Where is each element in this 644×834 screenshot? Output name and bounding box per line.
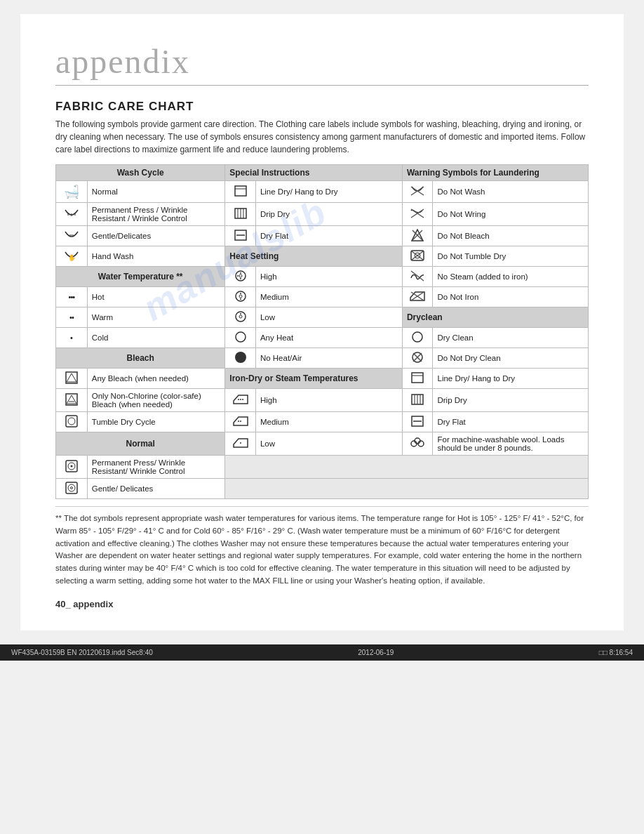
water-temp-header: Water Temperature ** [56, 267, 225, 287]
svg-point-32 [240, 293, 241, 294]
gentle-label: Gentle/Delicates [87, 226, 225, 246]
page-number: 40_ appendix [55, 599, 589, 609]
svg-point-26 [240, 272, 241, 274]
svg-point-64 [240, 442, 241, 444]
iron-dry-header: Iron-Dry or Steam Temperatures [225, 369, 403, 389]
table-row: ✋ Hand Wash Heat Setting Do Not Tumble D… [56, 246, 589, 267]
no-tumble-dry-icon [410, 254, 424, 263]
do-not-iron-icon [410, 295, 425, 303]
any-bleach-icon [65, 377, 78, 385]
table-row: ••• Hot Medium [56, 287, 589, 307]
table-row: Permanent Press / Wrinkle Resistant / Wr… [56, 203, 589, 226]
hand-wash-label: Hand Wash [87, 246, 225, 267]
intro-text: The following symbols provide garment ca… [55, 118, 589, 156]
gentle-icon [64, 234, 79, 243]
dc-line-dry-label: Line Dry/ Hang to Dry [433, 369, 589, 389]
table-row: Only Non-Chlorine (color-safe) Bleach (w… [56, 389, 589, 412]
no-steam-label: No Steam (added to iron) [433, 267, 589, 287]
gentle2-icon [65, 487, 78, 496]
svg-text:✋: ✋ [68, 253, 76, 262]
no-tumble-dry-label: Do Not Tumble Dry [433, 246, 589, 267]
svg-point-31 [239, 295, 242, 298]
svg-point-73 [70, 487, 72, 489]
drip-dry-icon [234, 212, 247, 220]
heat-setting-header: Heat Setting [225, 246, 403, 267]
medium-heat-icon [234, 296, 247, 304]
cold-icon: • [70, 333, 73, 342]
tumble-dry-icon [65, 421, 78, 429]
cold-label: Cold [87, 328, 225, 348]
do-not-bleach-label: Do Not Bleach [433, 226, 589, 246]
perm-press2-icon [65, 465, 78, 474]
normal-header: Normal [56, 432, 225, 456]
perm-press-icon [64, 213, 79, 221]
table-row: Water Temperature ** High [56, 267, 589, 287]
svg-marker-49 [67, 395, 76, 404]
table-row: Gentle/ Delicates [56, 479, 589, 499]
dry-clean-label: Dry Clean [433, 328, 589, 348]
dry-flat-label: Dry Flat [255, 226, 402, 246]
wool-icon [410, 442, 424, 451]
svg-marker-45 [67, 373, 76, 382]
svg-point-39 [236, 332, 246, 342]
dc-dry-flat-label: Dry Flat [433, 412, 589, 432]
any-heat-label: Any Heat [255, 328, 402, 348]
no-heat-label: No Heat/Air [255, 348, 402, 369]
svg-point-25 [239, 274, 242, 277]
footnote: ** The dot symbols represent appropriate… [55, 506, 589, 588]
iron-low-label: Low [255, 432, 402, 456]
svg-point-60 [240, 421, 241, 422]
hot-icon: ••• [69, 293, 75, 301]
svg-rect-71 [66, 482, 77, 494]
section-title: FABRIC CARE CHART [55, 100, 589, 114]
svg-rect-46 [412, 373, 423, 383]
table-row: Bleach No Heat/Air Do Not Dry Clean [56, 348, 589, 369]
footer-center: 2012-06-19 [358, 649, 394, 656]
svg-point-51 [240, 399, 241, 400]
bleach-header: Bleach [56, 348, 225, 369]
medium-heat-label: Medium [255, 287, 402, 307]
gentle2-label: Gentle/ Delicates [87, 479, 225, 499]
tumble-dry-label: Tumble Dry Cycle [87, 412, 225, 432]
perm-press2-label: Permanent Press/ Wrinkle Resistant/ Wrin… [87, 456, 225, 479]
iron-high-icon [233, 398, 248, 406]
col-header-special: Special Instructions [225, 165, 403, 181]
wash-normal-icon: 🛁 [64, 185, 79, 199]
svg-point-61 [238, 421, 239, 422]
do-not-wash-label: Do Not Wash [433, 181, 589, 203]
iron-medium-icon [233, 420, 248, 428]
svg-point-37 [239, 315, 242, 318]
svg-point-38 [240, 313, 241, 315]
table-row: Normal Low For [56, 432, 589, 456]
iron-low-icon [233, 442, 248, 450]
svg-point-53 [238, 399, 239, 400]
dry-flat-icon [234, 234, 247, 242]
col-header-warning: Warning Symbols for Laundering [402, 165, 588, 181]
svg-rect-0 [235, 186, 246, 196]
table-row: Tumble Dry Cycle Medium [56, 412, 589, 432]
svg-point-72 [68, 484, 75, 491]
do-not-dry-clean-icon [411, 357, 424, 365]
any-bleach-label: Any Bleach (when needed) [87, 369, 225, 389]
do-not-iron-label: Do Not Iron [433, 287, 589, 307]
main-page: manualslib appendix FABRIC CARE CHART Th… [20, 14, 624, 630]
perm-press-label: Permanent Press / Wrinkle Resistant / Wr… [87, 203, 225, 226]
line-dry-icon [234, 190, 247, 198]
svg-point-28 [237, 275, 239, 277]
dry-clean-icon [411, 336, 424, 345]
do-not-wring-label: Do Not Wring [433, 203, 589, 226]
footer-right: □□ 8:16:54 [599, 649, 633, 656]
warm-icon: •• [69, 313, 74, 322]
low-heat-icon [234, 316, 247, 324]
iron-high-label: High [255, 389, 402, 412]
drip-dry-label: Drip Dry [255, 203, 402, 226]
page-title: appendix [55, 42, 589, 86]
hand-wash-icon: ✋ [64, 255, 79, 263]
svg-point-27 [240, 278, 241, 279]
high-heat-label: High [255, 267, 402, 287]
dc-line-dry-icon [411, 376, 424, 385]
dc-drip-dry-icon [411, 398, 424, 406]
dc-dry-flat-icon [411, 420, 424, 428]
svg-point-40 [412, 332, 422, 342]
svg-point-52 [242, 399, 243, 400]
